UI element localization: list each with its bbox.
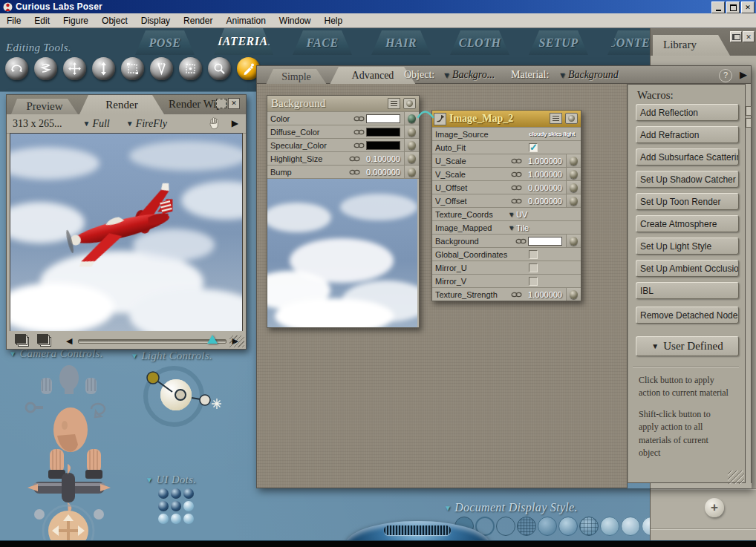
value-field[interactable]: 0.000000 <box>524 197 562 206</box>
display-style-hidden-line[interactable] <box>517 517 536 536</box>
display-style-smooth-shaded[interactable] <box>600 517 619 536</box>
resize-grip[interactable] <box>728 471 744 484</box>
minimize-button[interactable] <box>711 1 725 13</box>
library-add-button[interactable]: + <box>705 498 724 517</box>
twist-tool-icon[interactable] <box>34 57 57 80</box>
wacro-ambient-occlusion-button[interactable]: Set Up Ambient Occlusion <box>636 260 739 277</box>
tab-simple[interactable]: Simple <box>266 69 327 85</box>
scroll-up-button[interactable] <box>746 106 752 116</box>
ui-dot[interactable] <box>183 488 194 499</box>
pan-hand-icon[interactable] <box>209 117 221 133</box>
node-row-u-offset[interactable]: U_Offset 0.000000 <box>432 180 581 194</box>
wacro-toon-render-button[interactable]: Set Up Toon Render <box>636 193 739 210</box>
slider-track[interactable] <box>78 339 227 344</box>
node-collapse-icon[interactable] <box>434 113 446 125</box>
tab-advanced[interactable]: Advanced <box>330 67 416 85</box>
display-style-wireframe[interactable] <box>496 517 515 536</box>
ui-dot[interactable] <box>171 514 181 524</box>
image-map-node[interactable]: Image_Map_2 Image_Source cloudy skies li… <box>431 110 581 301</box>
ui-dot[interactable] <box>158 514 169 524</box>
taper-tool-icon[interactable] <box>150 57 173 80</box>
tab-face[interactable]: FACE <box>284 30 361 55</box>
wipe-slider[interactable]: ◀ ▶ <box>66 333 241 347</box>
library-tab[interactable]: Library <box>653 35 730 56</box>
node-menu-icon[interactable] <box>550 113 562 124</box>
next-arrow-icon[interactable]: ▶ <box>232 118 238 129</box>
checkbox[interactable] <box>529 263 538 272</box>
scroll-down-button[interactable] <box>746 118 752 128</box>
node-row-specular-color[interactable]: Specular_Color <box>267 138 419 151</box>
node-row-highlight-size[interactable]: Highlight_Size 0.100000 <box>267 151 419 165</box>
magnifier-tool-icon[interactable] <box>208 57 231 80</box>
display-style-smooth-lined[interactable] <box>621 517 640 536</box>
tab-render[interactable]: Render <box>79 95 164 114</box>
library-close-icon[interactable]: ✕ <box>743 31 755 42</box>
node-row-texture-coords[interactable]: Texture_Coords ▼UV <box>432 207 581 220</box>
menu-help[interactable]: Help <box>318 16 350 26</box>
slider-left-icon[interactable]: ◀ <box>66 336 72 346</box>
wacro-light-style-button[interactable]: Set Up Light Style <box>636 238 739 255</box>
node-row-v-scale[interactable]: V_Scale 1.000000 <box>432 167 581 180</box>
value-field[interactable]: 1.000000 <box>524 157 562 166</box>
display-style-flat-shaded[interactable] <box>538 517 557 536</box>
menu-figure[interactable]: Figure <box>56 16 95 26</box>
tab-pose[interactable]: POSE <box>126 30 203 55</box>
dropdown-icon[interactable]: ▼ <box>508 211 515 218</box>
node-row-v-offset[interactable]: V_Offset 0.000000 <box>432 194 581 207</box>
render-image[interactable] <box>10 133 243 332</box>
node-socket[interactable] <box>404 166 419 178</box>
camera-controls[interactable] <box>19 361 119 547</box>
checkbox[interactable] <box>529 250 538 259</box>
ui-dot[interactable] <box>171 488 181 499</box>
material-dropdown-icon[interactable]: ▼ <box>558 71 567 79</box>
node-socket[interactable] <box>404 112 419 125</box>
wacro-add-refraction-button[interactable]: Add Refraction <box>636 126 739 143</box>
color-swatch[interactable] <box>366 128 400 137</box>
wacro-create-atmosphere-button[interactable]: Create Atmosphere <box>636 215 739 232</box>
scale-tool-icon[interactable] <box>121 57 144 80</box>
document-display-style-label[interactable]: ▼Document Display Style. <box>444 501 578 514</box>
color-swatch[interactable] <box>366 141 400 150</box>
dropdown-value[interactable]: Tile <box>516 223 529 232</box>
value-field[interactable]: 1.000000 <box>524 290 562 299</box>
node-canvas[interactable]: Background Color Diffuse_Color <box>256 84 628 488</box>
material-value[interactable]: Background <box>568 69 619 80</box>
close-button[interactable]: ✕ <box>741 1 755 13</box>
wacro-shadow-catcher-button[interactable]: Set Up Shadow Catcher <box>636 171 739 188</box>
node-row-texture-strength[interactable]: Texture_Strength 1.000000 <box>432 287 581 301</box>
node-socket[interactable] <box>404 125 419 138</box>
trackball-grip[interactable] <box>384 525 451 535</box>
render-resolution[interactable]: 313 x 265... <box>13 118 62 130</box>
dropdown-icon[interactable]: ▼ <box>126 119 134 128</box>
help-icon[interactable]: ? <box>719 69 732 82</box>
node-row-diffuse-color[interactable]: Diffuse_Color <box>267 125 419 138</box>
object-value[interactable]: Backgro... <box>452 69 495 80</box>
tab-setup[interactable]: SETUP <box>520 30 597 55</box>
image-map-node-header[interactable]: Image_Map_2 <box>432 111 581 127</box>
menu-render[interactable]: Render <box>177 16 219 26</box>
node-row-image-source[interactable]: Image_Source cloudy skies light <box>432 127 581 140</box>
menu-file[interactable]: File <box>0 16 27 26</box>
light-controls[interactable] <box>140 364 221 434</box>
node-row-mirror-v[interactable]: Mirror_V <box>432 274 581 287</box>
node-socket[interactable] <box>566 154 581 167</box>
render-size-option[interactable]: Full <box>92 118 109 130</box>
background-node-header[interactable]: Background <box>267 96 419 111</box>
shader-next-icon[interactable]: ▶ <box>740 69 747 80</box>
compare-frames-icon[interactable] <box>14 334 29 346</box>
value-field[interactable]: 0.100000 <box>362 154 400 163</box>
node-row-mirror-u[interactable]: Mirror_U <box>432 261 581 274</box>
preview-resize-grip[interactable] <box>229 335 244 347</box>
node-row-bump[interactable]: Bump 0.000000 <box>267 165 419 178</box>
display-style-cartoon[interactable] <box>579 517 599 536</box>
node-preview-eye-icon[interactable] <box>403 98 416 109</box>
menu-display[interactable]: Display <box>134 16 177 26</box>
wacro-remove-detached-button[interactable]: Remove Detached Nodes <box>636 307 739 324</box>
node-socket[interactable] <box>404 139 419 151</box>
tab-preview[interactable]: Preview <box>11 99 78 114</box>
node-row-image-mapped[interactable]: Image_Mapped ▼Tile <box>432 220 581 234</box>
node-row-u-scale[interactable]: U_Scale 1.000000 <box>432 154 581 167</box>
menu-object[interactable]: Object <box>95 16 134 26</box>
ui-dot[interactable] <box>158 488 169 499</box>
wacro-ibl-button[interactable]: IBL <box>636 282 739 299</box>
